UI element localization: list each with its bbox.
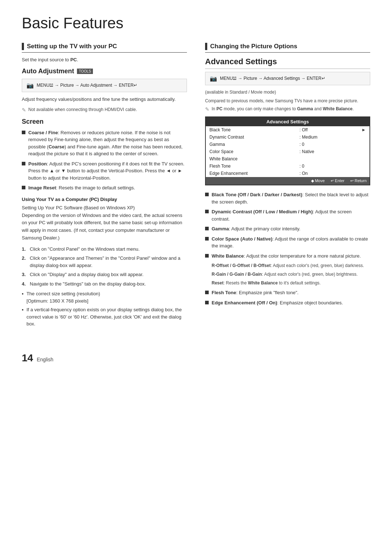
bullet-icon — [22, 131, 25, 134]
list-item: Gamma: Adjust the primary color intensit… — [205, 225, 370, 233]
table-cell-label: Edge Enhancement — [206, 170, 296, 177]
table-cell-arrow: ► — [353, 126, 369, 134]
table-row: Black Tone : Off ► — [206, 126, 369, 134]
remote-icon-right: 📷 — [210, 75, 217, 82]
table-row: Edge Enhancement : On — [206, 170, 369, 177]
bullet-icon — [205, 291, 209, 294]
list-item: White Balance: Adjust the color temperat… — [205, 252, 370, 260]
table-row: Gamma : 0 — [206, 141, 369, 148]
wb-detail-1: R-Offset / G-Offset / B-Offset: Adjust e… — [212, 262, 370, 269]
right-extra-bullet-list: Flesh Tone: Emphasize pink "flesh tone".… — [205, 289, 370, 306]
bullet-icon — [205, 254, 209, 258]
right-section-title: Changing the Picture Options — [210, 43, 297, 50]
table-cell-value: : 0 — [296, 141, 353, 148]
pc-mode-note: ✎ In PC mode, you can only make changes … — [205, 106, 370, 112]
wb-detail-3: Reset: Resets the White Balance to it's … — [212, 280, 370, 286]
numbered-steps: 1.Click on "Control Panel" on the Window… — [22, 246, 187, 288]
main-title: Basic Features — [22, 15, 370, 32]
table-row: White Balance — [206, 155, 369, 163]
table-cell-label: Flesh Tone — [206, 163, 296, 170]
white-balance-details: R-Offset / G-Offset / B-Offset: Adjust e… — [212, 262, 370, 286]
pc-display-subtitle: Using Your TV as a Computer (PC) Display — [22, 197, 187, 202]
list-item: If a vertical-frequency option exists on… — [22, 306, 187, 328]
list-item: 3.Click on "Display" and a display dialo… — [22, 271, 187, 278]
table-cell-arrow — [353, 170, 369, 177]
auto-adjustment-desc: Adjust frequency values/positions and fi… — [22, 96, 187, 103]
table-cell-value: : Medium — [296, 134, 353, 141]
table-cell-label: Color Space — [206, 148, 296, 155]
left-section-header: Setting up the TV with your PC — [22, 43, 187, 53]
availability-note: (available in Standard / Movie mode) — [205, 89, 370, 95]
table-cell-arrow — [353, 134, 369, 141]
advanced-settings-desc: Compared to previous models, new Samsung… — [205, 98, 370, 104]
table-cell-value: : On — [296, 170, 353, 177]
auto-adjustment-title: Auto Adjustment TOOLS — [22, 67, 187, 75]
table-cell-value: : 0 — [296, 163, 353, 170]
settings-table-footer: ◆ Move ↵ Enter ↩ Return — [206, 177, 369, 185]
set-input-source-text: Set the input source to PC. — [22, 57, 187, 62]
table-cell-label: Gamma — [206, 141, 296, 148]
footer-move: ◆ Move — [311, 178, 325, 183]
wb-detail-2: R-Gain / G-Gain / B-Gain: Adjust each co… — [212, 271, 370, 278]
table-cell-label: Black Tone — [206, 126, 296, 134]
table-cell-arrow — [353, 163, 369, 170]
table-cell-value: : Off — [296, 126, 353, 134]
table-row: Dynamic Contrast : Medium — [206, 134, 369, 141]
right-bullet-list: Black Tone (Off / Dark / Darker / Darkes… — [205, 191, 370, 259]
remote-icon: 📷 — [26, 82, 34, 89]
right-column: Changing the Picture Options Advanced Se… — [205, 43, 370, 330]
bullet-icon — [22, 186, 25, 189]
list-item: 1.Click on "Control Panel" on the Window… — [22, 246, 187, 253]
table-cell-label: White Balance — [206, 155, 296, 163]
advanced-settings-menu: 📷 MENU𝌹 → Picture → Advanced Settings → … — [205, 72, 370, 85]
pc-display-text: Setting Up Your PC Software (Based on Wi… — [22, 204, 187, 242]
list-item: 4.Navigate to the "Settings" tab on the … — [22, 280, 187, 288]
bullet-icon — [205, 210, 209, 213]
table-row: Color Space : Native — [206, 148, 369, 155]
auto-adjustment-menu: 📷 MENU𝌹 → Picture → Auto Adjustment → EN… — [22, 79, 187, 92]
footer-enter: ↵ Enter — [331, 178, 344, 183]
list-item: 2.Click on "Appearance and Themes" in th… — [22, 255, 187, 269]
bullet-icon — [205, 227, 209, 230]
advanced-settings-box-header: Advanced Settings — [206, 117, 369, 126]
auto-adjustment-note: ✎ Not available when connecting through … — [22, 107, 187, 113]
left-section-title: Setting up the TV with your PC — [27, 43, 117, 50]
settings-table: Black Tone : Off ► Dynamic Contrast : Me… — [206, 126, 369, 177]
note-icon: ✎ — [22, 107, 26, 113]
page-footer: 14 English — [22, 352, 370, 364]
list-item: Coarse / Fine: Removes or reduces pictur… — [22, 129, 187, 157]
advanced-settings-menu-text: MENU𝌹 → Picture → Advanced Settings → EN… — [220, 75, 325, 82]
table-cell-arrow — [353, 148, 369, 155]
screen-bullet-list: Coarse / Fine: Removes or reduces pictur… — [22, 129, 187, 192]
list-item: The correct size setting (resolution)[Op… — [22, 290, 187, 304]
list-item: Image Reset: Resets the image to default… — [22, 184, 187, 192]
left-column: Setting up the TV with your PC Set the i… — [22, 43, 187, 330]
list-item: Black Tone (Off / Dark / Darker / Darkes… — [205, 191, 370, 205]
table-cell-arrow — [353, 155, 369, 163]
tools-badge: TOOLS — [77, 69, 93, 74]
dot-list: The correct size setting (resolution)[Op… — [22, 290, 187, 328]
page-number: 14 — [22, 352, 33, 364]
bullet-icon — [205, 193, 209, 196]
right-section-header: Changing the Picture Options — [205, 43, 370, 53]
table-cell-value — [296, 155, 353, 163]
screen-title: Screen — [22, 118, 187, 126]
bullet-icon — [205, 301, 209, 304]
list-item: Dynamic Contrast (Off / Low / Medium / H… — [205, 208, 370, 222]
table-row: Flesh Tone : 0 — [206, 163, 369, 170]
table-cell-arrow — [353, 141, 369, 148]
list-item: Position: Adjust the PC's screen positio… — [22, 160, 187, 182]
advanced-settings-box: Advanced Settings Black Tone : Off ► Dyn… — [205, 116, 370, 185]
section-bar-right — [205, 43, 207, 50]
page-lang: English — [37, 357, 53, 362]
advanced-settings-title: Advanced Settings — [205, 57, 370, 69]
section-bar — [22, 43, 24, 50]
auto-adjustment-menu-text: MENU𝌹 → Picture → Auto Adjustment → ENTE… — [37, 82, 137, 89]
list-item: Flesh Tone: Emphasize pink "flesh tone". — [205, 289, 370, 296]
list-item: Color Space (Auto / Native): Adjust the … — [205, 235, 370, 250]
table-cell-value: : Native — [296, 148, 353, 155]
bullet-icon — [205, 237, 209, 241]
note-icon-right: ✎ — [205, 106, 209, 112]
footer-return: ↩ Return — [350, 178, 367, 183]
bullet-icon — [22, 162, 25, 165]
